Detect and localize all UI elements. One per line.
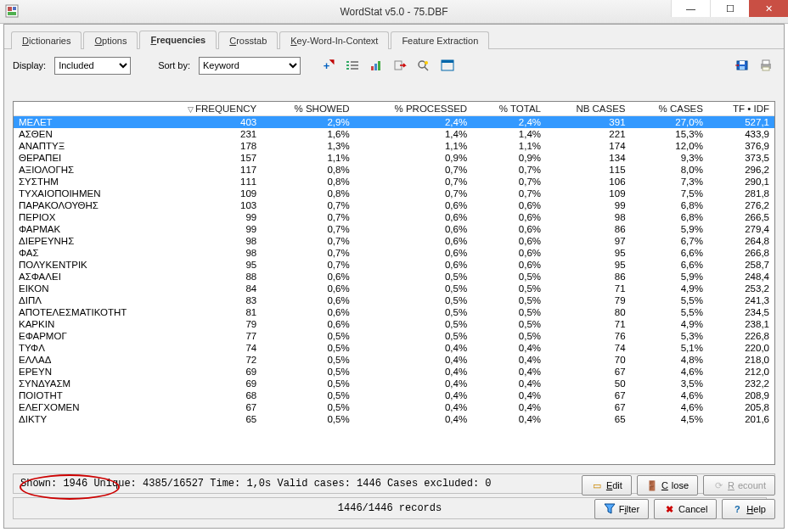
value-cell: 4,6%: [631, 366, 708, 378]
add-icon[interactable]: +◥: [319, 56, 338, 75]
value-cell: 109: [546, 188, 631, 199]
table-row[interactable]: ΘΕΡΑΠΕΙ1571,1%0,9%0,9%1349,3%373,5: [14, 152, 774, 164]
help-button[interactable]: ?Help: [722, 499, 775, 519]
table-row[interactable]: ΦΑΡΜΑΚ990,7%0,6%0,6%865,9%279,4: [14, 223, 774, 235]
filter-button[interactable]: Filter: [594, 499, 649, 519]
table-row[interactable]: ΑΣΘΕΝ2311,6%1,4%1,4%22115,3%433,9: [14, 128, 774, 140]
tab-feature-extraction[interactable]: Feature Extraction: [391, 31, 489, 49]
col-header[interactable]: % CASES: [631, 102, 708, 116]
value-cell: 0,9%: [355, 152, 473, 164]
col-header[interactable]: % PROCESSED: [355, 102, 473, 116]
table-row[interactable]: ΕΡΕΥΝ690,5%0,4%0,4%674,6%212,0: [14, 366, 774, 378]
window-icon[interactable]: [438, 56, 457, 75]
minimize-button[interactable]: —: [671, 0, 710, 17]
value-cell: 68: [149, 389, 262, 401]
table-row[interactable]: ΤΥΧΑΙΟΠΟΙΗΜΕΝ1090,8%0,7%0,7%1097,5%281,8: [14, 188, 774, 199]
maximize-button[interactable]: ☐: [710, 0, 749, 17]
value-cell: 205,8: [708, 401, 774, 413]
table-row[interactable]: ΑΠΟΤΕΛΕΣΜΑΤΙΚΟΤΗΤ810,6%0,5%0,5%805,5%234…: [14, 306, 774, 318]
col-header[interactable]: TF • IDF: [708, 102, 774, 116]
table-row[interactable]: ΠΑΡΑΚΟΛΟΥΘΗΣ1030,7%0,6%0,6%996,8%276,2: [14, 199, 774, 211]
svg-rect-8: [351, 64, 358, 66]
value-cell: 0,7%: [472, 164, 546, 176]
export-icon[interactable]: [391, 56, 409, 75]
frequency-grid[interactable]: FREQUENCY% SHOWED% PROCESSED% TOTALNB CA…: [14, 102, 774, 464]
table-row[interactable]: ΕΦΑΡΜΟΓ770,5%0,5%0,5%765,3%226,8: [14, 330, 774, 342]
value-cell: 391: [546, 116, 631, 129]
table-row[interactable]: ΔΙΕΡΕΥΝΗΣ980,7%0,6%0,6%976,7%264,8: [14, 235, 774, 247]
table-row[interactable]: ΣΥΣΤΗΜ1110,8%0,7%0,7%1067,3%290,1: [14, 176, 774, 188]
search-icon[interactable]: [414, 56, 433, 75]
keyword-cell: ΣΥΣΤΗΜ: [14, 176, 149, 188]
table-row[interactable]: ΦΑΣ980,7%0,6%0,6%956,6%266,8: [14, 247, 774, 259]
col-header[interactable]: % TOTAL: [472, 102, 546, 116]
value-cell: 248,4: [708, 271, 774, 283]
keyword-cell: ΦΑΡΜΑΚ: [14, 223, 149, 235]
value-cell: 373,5: [708, 152, 774, 164]
value-cell: 67: [546, 366, 631, 378]
col-header[interactable]: % SHOWED: [262, 102, 354, 116]
keyword-cell: ΜΕΛΕΤ: [14, 116, 149, 129]
table-row[interactable]: ΤΥΦΛ740,5%0,4%0,4%745,1%220,0: [14, 342, 774, 354]
table-row[interactable]: ΠΟΛΥΚΕΝΤΡΙΚ950,7%0,6%0,6%956,6%258,7: [14, 259, 774, 271]
keyword-cell: ΠΕΡΙΟΧ: [14, 211, 149, 223]
toolbar: Display: Included Sort by: Keyword +◥: [4, 49, 784, 81]
edit-button[interactable]: ▭EEditdit: [582, 475, 632, 496]
value-cell: 103: [149, 199, 262, 211]
value-cell: 0,4%: [355, 389, 473, 401]
sort-select[interactable]: Keyword: [199, 57, 301, 75]
close-button[interactable]: 🚪Close: [637, 475, 698, 496]
value-cell: 0,6%: [472, 235, 546, 247]
col-header[interactable]: FREQUENCY: [149, 102, 262, 116]
save-disk-icon[interactable]: [733, 56, 751, 75]
value-cell: 79: [546, 294, 631, 306]
cancel-button[interactable]: ✖Cancel: [654, 499, 717, 519]
value-cell: 0,6%: [355, 247, 473, 259]
recount-button[interactable]: ⟳Recount: [703, 475, 775, 496]
value-cell: 0,4%: [355, 413, 473, 425]
value-cell: 5,9%: [631, 223, 708, 235]
table-row[interactable]: ΠΟΙΟΤΗΤ680,5%0,4%0,4%674,6%208,9: [14, 389, 774, 401]
table-row[interactable]: ΚΑΡΚΙΝ790,6%0,5%0,5%714,9%238,1: [14, 318, 774, 330]
table-row[interactable]: ΣΥΝΔΥΑΣΜ690,5%0,4%0,4%503,5%232,2: [14, 378, 774, 389]
tab-key-word-in-context[interactable]: Key-Word-In-Context: [279, 31, 389, 49]
value-cell: 0,7%: [262, 211, 354, 223]
tab-dictionaries[interactable]: Dictionaries: [11, 31, 82, 49]
table-row[interactable]: ΠΕΡΙΟΧ990,7%0,6%0,6%986,8%266,5: [14, 211, 774, 223]
chart-icon[interactable]: [367, 56, 386, 75]
table-row[interactable]: ΕΛΕΓΧΟΜΕΝ670,5%0,4%0,4%674,6%205,8: [14, 401, 774, 413]
value-cell: 0,7%: [262, 235, 354, 247]
list-icon[interactable]: [343, 56, 362, 75]
print-icon[interactable]: [757, 56, 775, 75]
close-window-button[interactable]: ✕: [749, 0, 788, 17]
svg-rect-12: [378, 61, 380, 70]
value-cell: 81: [149, 306, 262, 318]
table-row[interactable]: ΔΙΚΤΥ650,5%0,4%0,4%654,5%201,6: [14, 413, 774, 425]
value-cell: 0,5%: [262, 378, 354, 389]
table-row[interactable]: ΑΞΙΟΛΟΓΗΣ1170,8%0,7%0,7%1158,0%296,2: [14, 164, 774, 176]
value-cell: 0,7%: [472, 188, 546, 199]
table-row[interactable]: ΑΣΦΑΛΕΙ880,6%0,5%0,5%865,9%248,4: [14, 271, 774, 283]
tab-frequencies[interactable]: Frequencies: [139, 31, 217, 49]
value-cell: 276,2: [708, 199, 774, 211]
table-row[interactable]: ΕΙΚΟΝ840,6%0,5%0,5%714,9%253,2: [14, 283, 774, 294]
table-row[interactable]: ΔΙΠΛ830,6%0,5%0,5%795,5%241,3: [14, 294, 774, 306]
value-cell: 77: [149, 330, 262, 342]
keyword-cell: ΑΝΑΠΤΥΞ: [14, 140, 149, 152]
tab-crosstab[interactable]: Crosstab: [218, 31, 278, 49]
value-cell: 6,8%: [631, 199, 708, 211]
col-header[interactable]: NB CASES: [546, 102, 631, 116]
value-cell: 0,5%: [472, 294, 546, 306]
table-row[interactable]: ΑΝΑΠΤΥΞ1781,3%1,1%1,1%17412,0%376,9: [14, 140, 774, 152]
keyword-cell: ΔΙΕΡΕΥΝΗΣ: [14, 235, 149, 247]
value-cell: 0,4%: [355, 401, 473, 413]
cancel-icon: ✖: [663, 503, 675, 515]
table-row[interactable]: ΜΕΛΕΤ4032,9%2,4%2,4%39127,0%527,1: [14, 116, 774, 129]
table-row[interactable]: ΕΛΛΑΔ720,5%0,4%0,4%704,8%218,0: [14, 354, 774, 366]
value-cell: 266,8: [708, 247, 774, 259]
tab-options[interactable]: Options: [83, 31, 138, 49]
value-cell: 0,4%: [472, 354, 546, 366]
col-header[interactable]: [14, 102, 149, 116]
keyword-cell: ΠΑΡΑΚΟΛΟΥΘΗΣ: [14, 199, 149, 211]
display-select[interactable]: Included: [54, 57, 131, 75]
